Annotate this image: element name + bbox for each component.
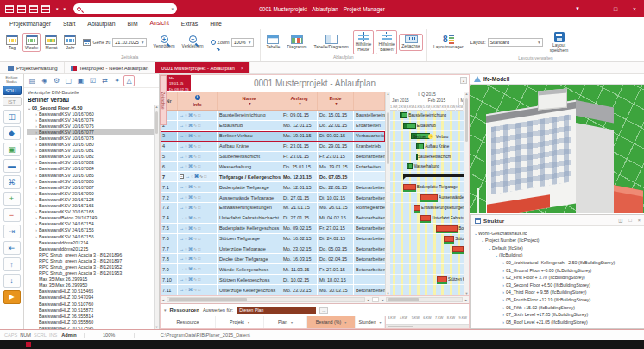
ribbon-button-monat[interactable]: Monat [42, 33, 60, 53]
bim-tree-item[interactable]: ›BasiswandKSV 24/167074 [27, 117, 154, 123]
layout-select[interactable]: Standard▾ [488, 38, 543, 47]
menu-tab-ablaufplan[interactable]: Ablaufplan [81, 19, 121, 29]
gantt-bar-red[interactable] [436, 225, 458, 232]
table-row-1[interactable]: 1→○⌘∿□BaustelleneinrichtungFr. 09.01.15D… [161, 111, 385, 121]
table-row-3[interactable]: 3→○⌘∿□Berliner VerbauMo. 19.01.15Di. 03.… [161, 131, 385, 142]
soll-button[interactable]: SOLL [3, 86, 22, 95]
struktur-item[interactable]: ›06_Fifth +15.02 (IfcBuildingStorey) [473, 303, 642, 311]
menu-tab-hilfe[interactable]: Hilfe [204, 19, 228, 29]
bim-tree-item[interactable]: RPC Shrub_green Acacia 3 - 8\1201897 [27, 257, 154, 263]
add-task-icon[interactable]: + [3, 192, 21, 206]
gantt-row-7-6[interactable]: Stützen Tiefgarage [390, 234, 464, 244]
gantt-row-7-1[interactable]: Bodenplatte Tiefgarage [390, 182, 464, 193]
vergroessern-button[interactable]: +Vergrößern [151, 34, 178, 51]
gantt-row-5[interactable]: Sauberkeitsschicht [390, 152, 464, 162]
save-icon[interactable] [17, 5, 26, 13]
doc-tab-testprojekt-neuer-ablaufplan[interactable]: Testprojekt - Neuer Ablaufplan [65, 62, 155, 73]
run-icon[interactable]: ▶ [3, 290, 21, 304]
chart-columns-icon[interactable]: ◫ [3, 110, 21, 124]
outdent-task-icon[interactable]: ⇤ [3, 241, 21, 255]
struktur-item[interactable]: ⌄Project Number (IfcProject) [473, 237, 642, 244]
gantt-bar-red[interactable] [403, 184, 416, 190]
struktur-close-icon[interactable]: × [638, 218, 641, 223]
struktur-item[interactable]: ›05_Fourth Floor +12.19 (IfcBuildingStor… [473, 296, 642, 304]
menu-tab-ansicht[interactable]: Ansicht [144, 18, 175, 29]
bim-tree-item[interactable]: RPC Shrub_green Acacia 3 - 8\1201953 [27, 270, 154, 276]
gantt-bar-red[interactable] [437, 276, 447, 282]
column-header-name[interactable]: Name▾ [218, 92, 281, 110]
plan-select[interactable]: Diesen Plan [237, 307, 316, 314]
bim-tree-item[interactable]: BasiswandHLZ 30.547094 [27, 295, 154, 301]
resources-scrollbar[interactable] [386, 324, 469, 328]
layout-save-button[interactable]: Layout speichern [547, 30, 571, 55]
gantt-row-1[interactable]: Baustelleneinrichtung [390, 111, 464, 121]
bim-tree-scrollbar[interactable]: ▲▼ [154, 105, 159, 329]
quick-access-caret2-icon[interactable]: ▾ [64, 6, 66, 11]
zoom-select[interactable]: 100%▾ [231, 38, 254, 47]
gantt-row-6[interactable]: Wasserhaltung [390, 162, 464, 172]
gantt-row-7-11[interactable] [390, 285, 464, 295]
table-row-7-2[interactable]: 7.2→○⌘∿□Aussenwände TiefgarageDi. 27.01.… [161, 193, 385, 203]
ribbon-options-button[interactable]: ▾ [568, 0, 587, 17]
resources-header-bestand[interactable]: Bestand (%)▾ [307, 316, 356, 328]
gantt-row-7-7[interactable]: Unterzüge Tiefgarage [390, 244, 464, 255]
bim-tree-item[interactable]: ›BasiswandKSV 10/167078 [27, 135, 154, 141]
ribbon-button-jahr[interactable]: Jahr [61, 33, 79, 53]
checklist-icon[interactable]: ☑ [87, 75, 98, 86]
app-menu-icon[interactable] [5, 5, 14, 13]
struktur-item[interactable]: ›04_Third Floor + 9.58 (IfcBuildingStore… [473, 289, 642, 296]
gantt-row-3[interactable]: Berliner ☺ Verbau [390, 131, 464, 142]
bim-tree-item[interactable]: ›BasiswandKSV 10/167080 [27, 142, 154, 148]
struktur-item[interactable]: ›03_Second Floor +6.50 (IfcBuildingStore… [473, 281, 642, 289]
bim-tree-item[interactable]: ›BasiswandKSV 20/167165 [27, 203, 154, 209]
ribbon-button-tabelle[interactable]: Tabelle [264, 33, 283, 52]
menu-tab-extras[interactable]: Extras [175, 19, 204, 29]
ribbon-button-woche[interactable]: Woche [22, 33, 41, 53]
table-row-2[interactable]: 2→○⌘∿□ErdaushubMo. 12.01.15Do. 22.01.15E… [161, 121, 385, 131]
quick-access-caret-icon[interactable]: ▾ [56, 6, 59, 11]
bim-tree-item[interactable]: ›BasiswandKSV 24/167156 [27, 233, 154, 239]
transfer-icon[interactable]: ⇄ [99, 75, 110, 86]
gantt-row-7-10[interactable]: Stützen Kellergeschoss [390, 275, 464, 285]
bim-tree-item[interactable]: RPC Shrub_green Acacia 3 - 8\1201896 [27, 251, 154, 257]
org-chart-icon[interactable]: ⌘ [3, 175, 21, 189]
struktur-float-icon[interactable]: □ [628, 218, 631, 223]
structure-icon[interactable]: △ [123, 75, 135, 86]
gantt-row-7[interactable] [390, 172, 464, 182]
table-row-4[interactable]: 4→○⌘∿□Aufbau KräneFr. 23.01.15Do. 29.01.… [161, 142, 385, 152]
gantt-bar-green[interactable] [407, 163, 413, 169]
splitter-handle[interactable] [372, 297, 379, 302]
column-header-gewerk[interactable] [354, 92, 385, 110]
bim-tree-item[interactable]: ›BasiswandBeton 20/167149 [27, 215, 154, 221]
bim-tree-item[interactable]: ›BasiswandKSV 20/167128 [27, 196, 154, 202]
table-row-7-9[interactable]: 7.9→○⌘∿□Wände KellergeschossMi. 11.03.15… [161, 264, 385, 275]
table-row-6[interactable]: 6→○⌘∿□WasserhaltungDo. 15.01.15Mo. 19.01… [161, 162, 385, 172]
bim-tree-item[interactable]: ›BasiswandKSV 20/167168 [27, 209, 154, 215]
table-row-5[interactable]: 5→○⌘∿□SauberkeitsschichtFr. 23.01.15Fr. … [161, 152, 385, 162]
bim-tree-item[interactable]: ›BasiswandKSV 10/167082 [27, 154, 154, 160]
ribbon-button-hilfslinie-heute[interactable]: Hilfslinie "Heute" [353, 30, 375, 54]
bim-tree-item[interactable]: ›BasiswandKSV 24/167154 [27, 221, 154, 227]
bim-tree-item[interactable]: ›BasiswandKSV 10/167076 [27, 123, 154, 129]
properties-icon[interactable]: ▤ [27, 75, 38, 86]
bim-tree-item[interactable]: Max 35\Max 26.299915 [27, 276, 154, 282]
bim-tree-item[interactable]: BasiswandHLZ 30.510760 [27, 301, 154, 307]
minimize-button[interactable]: — [587, 0, 606, 17]
struktur-item[interactable]: ›07_Sixth Level +17.85 (IfcBuildingStore… [473, 311, 642, 319]
table-row-7-4[interactable]: 7.4→○⌘∿□Unterfahrt FahrstuhlschachtDi. 2… [161, 213, 385, 224]
quick-search-input[interactable]: ▾ [73, 3, 177, 14]
table-row-7-1[interactable]: 7.1→○⌘∿□Bodenplatte TiefgarageMo. 12.01.… [161, 182, 385, 193]
bim-tree-item[interactable]: Max 35\Max 26.299950 [27, 282, 154, 289]
bim-tree-item[interactable]: RPC Shrub_green Acacia 3 - 8\1201952 [27, 263, 154, 270]
bim-tree-item[interactable]: BasiswandHLZ 30.515872 [27, 307, 154, 313]
ribbon-button-hilfslinie-balken[interactable]: Hilfslinie "Balken" [376, 30, 397, 54]
resources-header-ressource[interactable]: Ressource [161, 316, 216, 328]
doc-tab-close-icon[interactable]: × [241, 66, 244, 71]
ribbon-button-tag[interactable]: Tag [3, 33, 21, 53]
gantt-bar-green[interactable] [400, 112, 407, 118]
gantt-bar-green[interactable] [416, 143, 424, 149]
doc-tab-projektverwaltung[interactable]: Projektverwaltung [2, 62, 65, 73]
taskbar-app-icon[interactable] [26, 342, 31, 347]
gantt-bar-red[interactable] [444, 236, 454, 242]
column-header-anfang[interactable]: Anfang▾ [281, 92, 318, 110]
